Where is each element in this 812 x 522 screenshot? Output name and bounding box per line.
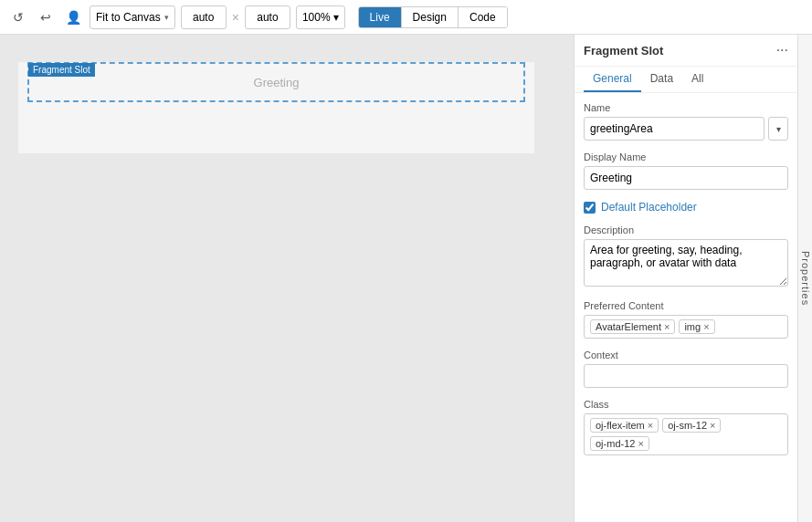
tab-code[interactable]: Code [459,7,507,27]
default-placeholder-checkbox[interactable] [584,202,596,214]
main-area: Fragment Slot Greeting Fragment Slot ···… [0,35,812,522]
tag-oj-md-12-close[interactable]: × [638,439,643,449]
tag-avatar-element-close[interactable]: × [664,322,670,332]
fit-to-canvas-dropdown[interactable]: Fit to Canvas ▾ [90,5,175,29]
fragment-slot-outline[interactable]: Fragment Slot Greeting [27,62,525,102]
tag-img: img × [679,319,714,334]
tag-oj-sm-12-close[interactable]: × [710,421,715,431]
fit-to-canvas-chevron-icon: ▾ [164,13,169,22]
tab-live[interactable]: Live [359,7,402,27]
panel-tabs: General Data All [575,67,797,93]
name-input[interactable] [584,117,765,141]
class-tags: oj-flex-item × oj-sm-12 × oj-md-12 × [584,413,788,455]
name-label: Name [584,102,788,113]
name-input-row: ▾ [584,117,788,141]
panel-menu-button[interactable]: ··· [776,42,788,58]
panel-header: Fragment Slot ··· [575,35,797,67]
description-textarea[interactable]: Area for greeting, say, heading, paragra… [584,239,788,287]
panel-title: Fragment Slot [584,44,663,57]
fragment-slot-placeholder: Greeting [254,76,300,89]
class-field-group: Class oj-flex-item × oj-sm-12 × oj-md-12 [584,399,788,455]
name-field-group: Name ▾ [584,102,788,141]
class-label: Class [584,399,788,410]
display-name-input[interactable] [584,166,788,190]
tab-all[interactable]: All [682,67,712,92]
toolbar: ↺ ↩ 👤 Fit to Canvas ▾ × 100% ▾ Live Desi… [0,0,812,35]
context-input[interactable] [584,364,788,388]
tag-oj-flex-item-close[interactable]: × [648,421,653,431]
preferred-content-tags: AvatarElement × img × [584,315,788,339]
right-panel-wrapper: Fragment Slot ··· General Data All Name … [574,35,812,522]
context-field-group: Context [584,350,788,388]
right-panel: Fragment Slot ··· General Data All Name … [574,35,797,522]
panel-content: Name ▾ Display Name Default Placeholder [575,93,797,522]
preferred-content-label: Preferred Content [584,300,788,311]
name-dropdown-button[interactable]: ▾ [768,117,788,141]
dimension-separator: × [232,10,239,25]
refresh-button[interactable]: ↺ [7,6,29,28]
tab-general[interactable]: General [584,67,641,92]
description-field-group: Description Area for greeting, say, head… [584,224,788,289]
canvas-frame: Fragment Slot Greeting [18,62,534,153]
display-name-field-group: Display Name [584,151,788,190]
tag-oj-flex-item: oj-flex-item × [590,418,659,433]
view-tabs: Live Design Code [358,6,508,28]
width-input[interactable] [181,5,227,29]
tab-data[interactable]: Data [641,67,682,92]
tag-img-close[interactable]: × [703,322,709,332]
zoom-chevron-icon: ▾ [333,11,339,24]
user-button[interactable]: 👤 [62,6,84,28]
display-name-label: Display Name [584,151,788,162]
zoom-dropdown[interactable]: 100% ▾ [296,5,345,29]
tab-design[interactable]: Design [402,7,459,27]
height-input[interactable] [245,5,290,29]
tag-avatar-element: AvatarElement × [590,319,675,334]
preferred-content-field-group: Preferred Content AvatarElement × img × [584,300,788,339]
back-button[interactable]: ↩ [35,6,57,28]
fit-to-canvas-label: Fit to Canvas [96,11,161,24]
description-label: Description [584,224,788,235]
zoom-label: 100% [302,11,331,24]
tag-oj-md-12: oj-md-12 × [590,436,649,451]
canvas-area[interactable]: Fragment Slot Greeting [0,35,574,522]
properties-vertical-tab[interactable]: Properties [797,35,812,522]
context-label: Context [584,350,788,360]
default-placeholder-label[interactable]: Default Placeholder [601,201,697,214]
fragment-slot-badge: Fragment Slot [28,63,95,77]
tag-oj-sm-12: oj-sm-12 × [662,418,721,433]
default-placeholder-row: Default Placeholder [584,201,788,214]
